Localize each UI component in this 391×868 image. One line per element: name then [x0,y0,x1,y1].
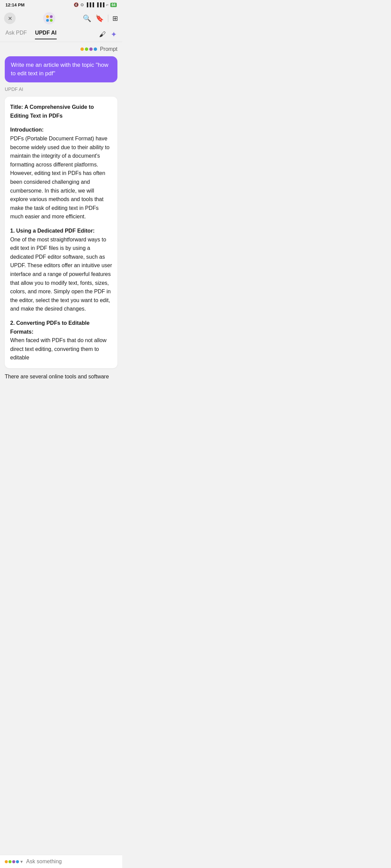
toolbar-left: ✕ [4,13,16,24]
search-icon: 🔍 [83,14,91,22]
logo-dot [46,15,49,18]
status-time: 12:14 PM [5,2,24,7]
tab-ask-pdf[interactable]: Ask PDF [5,30,27,39]
search-button[interactable]: 🔍 [83,14,91,22]
prompt-dot [80,47,84,51]
sparkle-icon: ✦ [111,30,117,39]
top-toolbar: ✕ 🔍 🔖 ⊞ [0,9,122,27]
user-message-bubble: Write me an article with the topic "how … [5,56,117,82]
tab-actions: 🖌 ✦ [99,30,117,39]
clock-icon: ⊙ [80,2,84,7]
logo-dot [46,19,49,22]
toolbar-center [43,12,55,24]
brush-button[interactable]: 🖌 [99,31,106,38]
logo-dot [50,19,53,22]
prompt-dot [94,47,97,51]
ai-section1-heading: 1. Using a Dedicated PDF Editor: [10,226,112,235]
close-icon: ✕ [8,15,12,22]
tab-bar: Ask PDF UPDF AI 🖌 ✦ [0,27,122,42]
grid-button[interactable]: ⊞ [112,14,118,22]
volume-icon: 🔇 [74,2,79,7]
signal2-icon: ▐▐▐ [96,2,105,7]
logo-dots [46,15,53,22]
ai-section2-heading: 2. Converting PDFs to Editable Formats: [10,319,112,336]
sparkle-button[interactable]: ✦ [111,30,117,39]
prompt-dots [80,47,97,51]
battery-icon: 64 [110,3,117,7]
status-icons: 🔇 ⊙ ▐▐▐ ▐▐▐ ⌐ 64 [74,2,117,7]
prompt-dot [89,47,93,51]
ai-intro-body: PDFs (Portable Document Format) have bec… [10,134,112,221]
grid-icon: ⊞ [112,14,118,22]
tabs-container: Ask PDF UPDF AI [5,30,57,39]
status-bar: 12:14 PM 🔇 ⊙ ▐▐▐ ▐▐▐ ⌐ 64 [0,0,122,9]
bookmark-button[interactable]: 🔖 [95,14,104,22]
chat-area: Prompt Write me an article with the topi… [0,42,122,372]
partial-bottom-text: There are several online tools and softw… [0,372,122,400]
tab-updf-ai[interactable]: UPDF AI [35,30,56,39]
prompt-label: Prompt [100,46,117,52]
ai-label: UPDF AI [5,86,117,92]
ai-response-title: Title: A Comprehensive Guide to Editing … [10,103,112,120]
prompt-dot [85,47,88,51]
user-message-text: Write me an article with the topic "how … [11,62,108,77]
toolbar-right: 🔍 🔖 ⊞ [83,14,118,22]
ai-response-card: Title: A Comprehensive Guide to Editing … [5,97,117,368]
ai-section1-body: One of the most straightforward ways to … [10,235,112,313]
prompt-header: Prompt [5,46,117,52]
wifi-icon: ⌐ [106,2,109,7]
brush-icon: 🖌 [99,31,106,38]
logo-dot [50,15,53,18]
bookmark-icon: 🔖 [95,14,104,22]
ai-section2-body: When faced with PDFs that do not allow d… [10,336,112,362]
toolbar-divider [108,15,108,22]
signal1-icon: ▐▐▐ [86,2,94,7]
updf-logo [43,12,55,24]
close-button[interactable]: ✕ [4,13,16,24]
ai-intro-heading: Introduction: [10,125,112,134]
